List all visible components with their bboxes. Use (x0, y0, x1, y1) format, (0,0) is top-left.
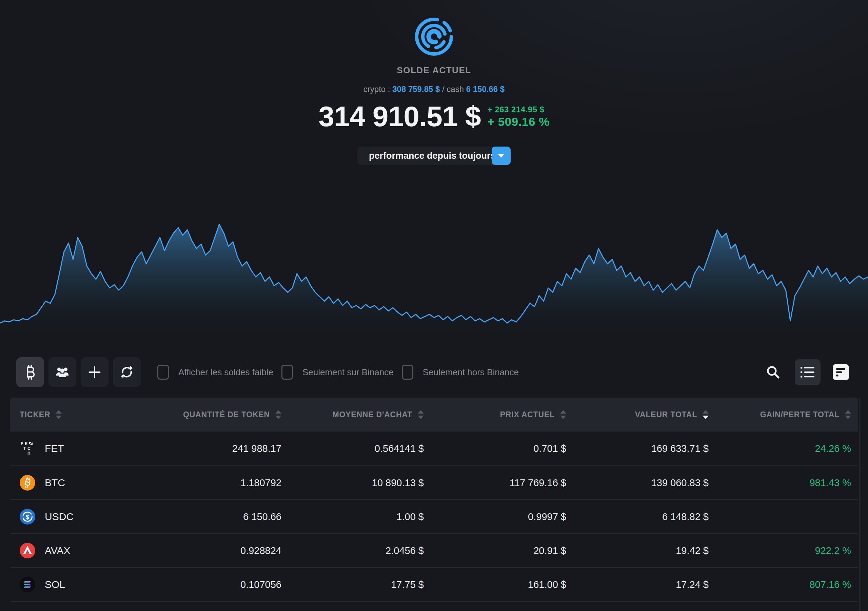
off-binance-label: Seulement hors Binance (423, 367, 519, 378)
avg-buy-cell: 17.75 $ (288, 579, 431, 590)
ticker-cell: BTC (10, 475, 146, 491)
card-view-button[interactable] (833, 364, 849, 380)
page-title: SOLDE ACTUEL (0, 65, 868, 76)
refresh-icon (120, 365, 134, 379)
accounts-button[interactable] (48, 357, 76, 387)
quantity-cell: 1.180792 (146, 477, 288, 488)
search-icon (766, 365, 781, 379)
avg-buy-cell: 1.00 $ (288, 511, 431, 522)
ticker-cell: $ USDC (10, 509, 146, 524)
search-button[interactable] (766, 365, 781, 379)
total-value-cell: 6 148.82 $ (573, 511, 715, 522)
current-price-cell: 20.91 $ (431, 545, 573, 557)
chart-canvas (0, 217, 868, 337)
quantity-cell: 0.928824 (146, 545, 288, 557)
filter-on-binance[interactable]: Seulement sur Binance (281, 365, 394, 379)
sort-arrows-icon[interactable] (560, 410, 566, 419)
total-balance: 314 910.51 $ (318, 100, 480, 133)
off-binance-checkbox[interactable] (402, 365, 413, 379)
toolbar-right (766, 359, 849, 385)
low-balances-checkbox[interactable] (157, 365, 169, 379)
total-value-cell: 169 633.71 $ (573, 443, 715, 454)
bitcoin-icon (24, 365, 37, 379)
svg-text:F: F (21, 442, 23, 446)
list-view-icon (801, 366, 815, 378)
table-row-sol[interactable]: SOL 0.107056 17.75 $ 161.00 $ 17.24 $ 80… (10, 567, 858, 601)
svg-text:E: E (25, 442, 28, 446)
ticker-cell: SOL (10, 577, 146, 592)
avg-buy-cell: 10 890.13 $ (288, 477, 431, 488)
crypto-cash-summary: crypto : 308 759.85 $ / cash 6 150.66 $ (0, 84, 868, 94)
total-value-cell: 139 060.83 $ (573, 477, 715, 488)
column-header-ticker[interactable]: TICKER (10, 410, 146, 419)
portfolio-dashboard: SOLDE ACTUEL crypto : 308 759.85 $ / cas… (0, 0, 868, 611)
avg-buy-cell: 2.0456 $ (288, 545, 431, 557)
quantity-cell: 241 988.17 (146, 443, 288, 454)
toolbar: Afficher les soldes faible Seulement sur… (16, 357, 849, 387)
svg-text:H: H (28, 451, 31, 456)
filter-low-balances[interactable]: Afficher les soldes faible (157, 365, 273, 379)
svg-text:T: T (23, 446, 26, 451)
on-binance-label: Seulement sur Binance (302, 367, 394, 378)
sort-arrows-icon[interactable] (702, 410, 708, 419)
sort-arrows-icon[interactable] (275, 410, 281, 419)
crypto-amount: 308 759.85 $ (392, 84, 440, 93)
sort-arrows-icon[interactable] (418, 410, 424, 419)
sort-arrows-icon[interactable] (56, 410, 62, 419)
column-header-gain-loss[interactable]: GAIN/PERTE TOTAL (715, 410, 858, 419)
table-row-usdc[interactable]: $ USDC 6 150.66 1.00 $ 0.9997 $ 6 148.82… (10, 499, 858, 533)
ticker-cell: AVAX (10, 543, 146, 558)
crypto-label: crypto : (363, 84, 390, 93)
holdings-table: TICKER QUANTITÉ DE TOKEN MOYENNE D'ACHAT… (10, 398, 858, 602)
sort-arrows-icon[interactable] (845, 410, 851, 419)
period-selector-value: performance depuis toujours (357, 146, 511, 165)
people-icon (55, 365, 70, 379)
table-row-fet[interactable]: FE TC H FET 241 988.17 0.564141 $ 0.701 … (10, 432, 858, 465)
gain-cell: 981.43 % (715, 477, 858, 488)
portfolio-area-chart[interactable] (0, 217, 868, 337)
table-row-avax[interactable]: AVAX 0.928824 2.0456 $ 20.91 $ 19.42 $ 9… (10, 533, 858, 567)
card-view-icon (836, 367, 846, 377)
refresh-button[interactable] (113, 357, 141, 387)
btc-coin-icon (20, 475, 35, 491)
gain-cell: 807.16 % (715, 579, 858, 590)
ticker-cell: FE TC H FET (10, 441, 146, 456)
gain-stack: + 263 214.95 $ + 509.16 % (488, 105, 550, 129)
avax-coin-icon (20, 543, 35, 558)
column-header-quantity[interactable]: QUANTITÉ DE TOKEN (146, 410, 288, 419)
period-selector[interactable]: performance depuis toujours (357, 146, 511, 165)
add-asset-button[interactable] (81, 357, 108, 387)
column-header-current-price[interactable]: PRIX ACTUEL (431, 410, 573, 419)
list-view-button[interactable] (795, 359, 820, 385)
period-selector-caret-button[interactable] (491, 146, 511, 165)
app-logo-icon (414, 16, 454, 57)
hero-section: SOLDE ACTUEL crypto : 308 759.85 $ / cas… (0, 16, 868, 165)
gain-cell: 922.2 % (715, 545, 858, 557)
crypto-view-button[interactable] (16, 357, 44, 387)
gain-amount: + 263 214.95 $ (488, 105, 550, 114)
usdc-coin-icon: $ (20, 509, 35, 524)
scrollbar[interactable] (859, 398, 860, 611)
total-value-cell: 19.42 $ (573, 545, 715, 557)
column-header-avg-buy[interactable]: MOYENNE D'ACHAT (288, 410, 431, 419)
on-binance-checkbox[interactable] (281, 365, 293, 379)
gain-cell: 24.26 % (715, 443, 858, 454)
quantity-cell: 0.107056 (146, 579, 288, 590)
svg-text:$: $ (26, 513, 29, 521)
sol-coin-icon (20, 577, 35, 592)
svg-text:C: C (28, 446, 31, 451)
current-price-cell: 161.00 $ (431, 579, 573, 590)
table-row-btc[interactable]: BTC 1.180792 10 890.13 $ 117 769.16 $ 13… (10, 465, 858, 499)
table-body: FE TC H FET 241 988.17 0.564141 $ 0.701 … (10, 432, 858, 602)
chevron-down-icon (498, 154, 505, 158)
column-header-total-value[interactable]: VALEUR TOTAL (573, 410, 715, 419)
table-header-row: TICKER QUANTITÉ DE TOKEN MOYENNE D'ACHAT… (10, 398, 858, 432)
filter-off-binance[interactable]: Seulement hors Binance (402, 365, 519, 379)
chart-area-fill (0, 224, 868, 337)
gain-percent: + 509.16 % (488, 115, 550, 129)
cash-label: / cash (442, 84, 464, 93)
low-balances-label: Afficher les soldes faible (178, 367, 273, 378)
current-price-cell: 0.701 $ (431, 443, 573, 454)
balance-row: 314 910.51 $ + 263 214.95 $ + 509.16 % (0, 100, 868, 133)
cash-amount: 6 150.66 $ (466, 84, 505, 93)
